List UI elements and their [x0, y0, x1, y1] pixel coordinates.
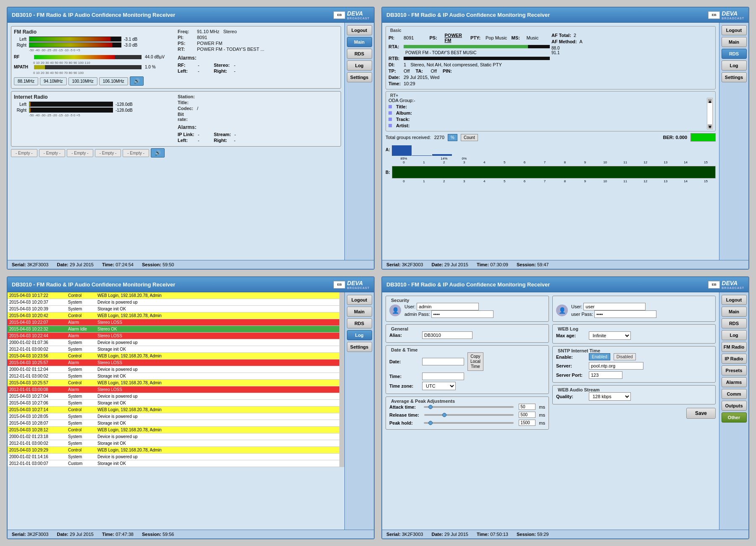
release-label: Release time:: [389, 412, 419, 417]
empty-btn-1[interactable]: - Empty -: [11, 149, 37, 157]
pass2-input[interactable]: [594, 310, 656, 318]
pass1-input[interactable]: [431, 310, 494, 318]
panel4-footer: Serial: 3K2F3003 Date: 29 Jul 2015 Time:…: [382, 530, 748, 538]
freq-btn-3[interactable]: 100.10MHz: [68, 77, 97, 85]
user2-input[interactable]: [583, 303, 646, 310]
logout-btn-4[interactable]: Logout: [722, 295, 747, 305]
alarms-btn-4[interactable]: Alarms: [722, 377, 747, 387]
ipradio-btn-4[interactable]: IP Radio: [722, 354, 747, 364]
log-type: Control: [66, 380, 96, 386]
settings-btn-3[interactable]: Settings: [347, 342, 372, 352]
peakhold-input[interactable]: [519, 420, 536, 426]
date-input[interactable]: [422, 358, 464, 365]
attack-input[interactable]: [519, 404, 536, 410]
freq-btn-4[interactable]: 106.10MHz: [99, 77, 128, 85]
maxage-select[interactable]: Infinite: [589, 331, 631, 340]
presets-btn-4[interactable]: Presets: [722, 365, 747, 375]
rds-btn-3[interactable]: RDS: [347, 318, 372, 328]
alias-row: Alias:: [389, 331, 545, 339]
scroll-up: ▲: [708, 99, 712, 103]
oda-icon2: [388, 111, 392, 115]
sntp-enable-row: Enable: Enabled Disabled: [556, 353, 712, 360]
sntp-port-input[interactable]: [589, 371, 622, 379]
freq-btn-1[interactable]: 88.1MHz: [14, 77, 38, 85]
a-bars-container: [392, 143, 716, 156]
log-btn-3[interactable]: Log: [347, 330, 372, 340]
other-btn-4[interactable]: Other: [722, 412, 747, 423]
timezone-select[interactable]: UTC: [422, 382, 456, 390]
main-btn-2[interactable]: Main: [722, 37, 747, 47]
level-scale: -50 -40 -30 -25 -20 -15 -10 -5 0 +5: [29, 48, 174, 52]
outputs-btn-4[interactable]: Outputs: [722, 401, 747, 411]
alias-input[interactable]: [422, 331, 472, 339]
empty-btn-4[interactable]: - Empty -: [95, 149, 121, 157]
freq-btn-2[interactable]: 94.10MHz: [40, 77, 67, 85]
save-button[interactable]: Save: [686, 408, 716, 419]
main-btn-4[interactable]: Main: [722, 307, 747, 317]
left-level-meter: [29, 37, 121, 42]
station-val: [197, 94, 338, 99]
rds-btn-2[interactable]: RDS: [722, 49, 747, 59]
peakhold-slider[interactable]: [424, 422, 514, 424]
datetime-fieldset: Date & Time Date: CopyLocalTime Time: Ti…: [386, 345, 549, 394]
quality-select[interactable]: 128 kbps: [589, 392, 631, 401]
sntp-server-input[interactable]: [589, 362, 643, 370]
attack-slider[interactable]: [424, 406, 514, 408]
settings-btn-2[interactable]: Settings: [722, 72, 747, 82]
panel-rds: DB3010 - FM Radio & IP Audio Confidence …: [381, 7, 749, 270]
internet-radio-title: Internet Radio: [14, 94, 174, 100]
footer4-date: Date: 29 Jul 2015: [431, 532, 468, 537]
logout-btn-1[interactable]: Logout: [347, 25, 372, 35]
sntp-server-row: Server:: [556, 362, 712, 370]
log-msg: Device is powered up: [96, 413, 339, 420]
af-method-row: AF Method: A: [551, 39, 713, 44]
user1-input[interactable]: [417, 303, 479, 310]
ber-label: BER: 0.000: [663, 135, 687, 140]
general-fieldset: General Alias:: [386, 324, 549, 343]
log-date: 2015-04-03 10:20:42: [8, 312, 66, 319]
release-input[interactable]: [519, 412, 536, 418]
release-slider[interactable]: [424, 414, 514, 416]
footer2-date: Date: 29 Jul 2015: [431, 262, 468, 267]
rds-btn-4[interactable]: RDS: [722, 318, 747, 328]
empty-btn-3[interactable]: - Empty -: [67, 149, 93, 157]
count-toggle-btn[interactable]: Count: [461, 134, 478, 141]
log-btn-4[interactable]: Log: [722, 330, 747, 340]
log-row-22: 2012-01-01 03:00:02 System Storage init …: [8, 440, 339, 447]
comm-btn-4[interactable]: Comm: [722, 389, 747, 399]
rds-btn-1[interactable]: RDS: [347, 49, 372, 59]
speaker-btn-2[interactable]: 🔊: [151, 148, 165, 158]
inet-right-meter: [29, 108, 113, 113]
pct-toggle-btn[interactable]: %: [448, 134, 457, 141]
settings-btn-1[interactable]: Settings: [347, 72, 372, 82]
sntp-enabled-btn[interactable]: Enabled: [589, 353, 610, 360]
log-msg: WEB Login, 192.168.20.78, Admin: [96, 292, 339, 299]
empty-btn-5[interactable]: - Empty -: [123, 149, 149, 157]
log-btn-1[interactable]: Log: [347, 60, 372, 71]
log-msg: Storage init OK: [96, 440, 339, 446]
panel3-title: DB3010 - FM Radio & IP Audio Confidence …: [12, 281, 175, 288]
main-btn-1[interactable]: Main: [347, 37, 372, 47]
sntp-disabled-btn[interactable]: Disabled: [614, 353, 636, 360]
rtplus-scrollbar[interactable]: ▲ ▼: [707, 98, 713, 129]
speaker-button[interactable]: 🔊: [130, 76, 144, 86]
panel2-header: DB3010 - FM Radio & IP Audio Confidence …: [382, 8, 748, 23]
logout-btn-2[interactable]: Logout: [722, 25, 747, 35]
log-type: Alarm: [66, 333, 96, 339]
deva-box-2: EB: [708, 11, 720, 19]
copy-local-btn[interactable]: CopyLocalTime: [467, 352, 483, 371]
a-label: A:: [386, 147, 390, 152]
time-input[interactable]: [422, 373, 464, 380]
footer3-date: Date: 29 Jul 2015: [57, 532, 93, 537]
logout-btn-3[interactable]: Logout: [347, 295, 372, 305]
codec-label: Codec:: [178, 106, 194, 111]
main-btn-3[interactable]: Main: [347, 307, 372, 317]
oda-icon3: [388, 118, 392, 121]
log-date: 2015-04-03 10:20:37: [8, 299, 66, 305]
webaudio-fieldset: WEB Audio Stream Quality: 128 kbps: [552, 385, 716, 404]
empty-btn-2[interactable]: - Empty -: [39, 149, 66, 157]
mpath-meter: [34, 65, 142, 69]
log-btn-2[interactable]: Log: [722, 60, 747, 71]
b-bars-container: [392, 166, 716, 178]
fmradio-btn-4[interactable]: FM Radio: [722, 342, 747, 352]
